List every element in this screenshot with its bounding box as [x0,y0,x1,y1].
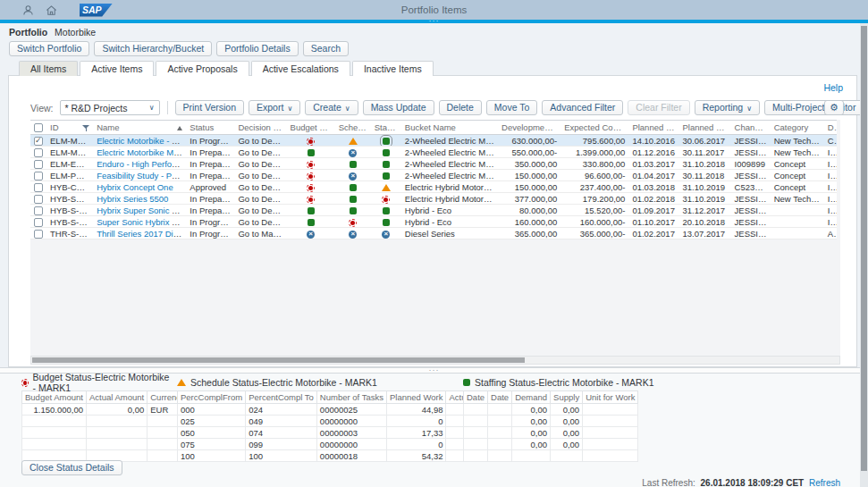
horizontal-scrollbar-thumb[interactable] [32,357,525,363]
action-search[interactable]: Search [303,41,349,56]
toolbar-mass-update-button[interactable]: Mass Update [363,100,434,115]
tab-inactive-items[interactable]: Inactive Items [352,61,434,76]
action-switch-hierarchy-bucket[interactable]: Switch Hierarchy/Bucket [94,41,212,56]
cell-changed_by: JESSIEQ [731,228,771,239]
row-checkbox[interactable] [34,206,43,215]
column-header-decision_point[interactable]: Decision Point ... [234,121,286,135]
column-header-checkbox[interactable] [30,121,46,135]
horizontal-scrollbar[interactable] [30,356,840,365]
item-name-link[interactable]: Enduro - High Performer III [97,159,186,169]
mini-cell [583,450,638,462]
tab-active-proposals[interactable]: Active Proposals [156,61,249,76]
table-row[interactable]: THR-S-3011Thrill Series 2017 Diesel Con.… [30,228,837,239]
action-portfolio-details[interactable]: Portfolio Details [216,41,299,56]
table-row[interactable]: HYB-S-4002Hybrix Super Sonic 4002In Prep… [30,205,837,216]
row-checkbox[interactable] [34,137,43,146]
toolbar-create-button[interactable]: Create∨ [305,100,358,115]
item-name-link[interactable]: Hybrix Super Sonic 4002 [97,206,186,215]
row-checkbox[interactable] [34,218,43,227]
refresh-link[interactable]: Refresh [809,478,840,487]
cell-planned_finish: 31.12.2017 [678,205,730,216]
funnel-filter-icon[interactable] [82,125,89,132]
vertical-scrollbar-thumb[interactable] [861,26,867,471]
toolbar-multi-projectmonitor-button[interactable]: Multi-Projectmonitor [764,100,864,115]
item-name-link[interactable]: Super Sonic Hybrix 4001 [97,217,186,227]
column-header-development_cost[interactable]: Development Cost [498,121,560,135]
mini-column-header: Unit for Work [583,391,638,404]
table-row[interactable]: ELM-MAR-001Electric Motorbike - MARK1In … [30,135,837,147]
column-header-name[interactable]: Name [93,121,186,135]
cell-category [771,228,824,239]
row-checkbox[interactable] [34,148,43,157]
column-header-category[interactable]: Category [771,121,824,135]
column-header-d[interactable]: D [824,121,837,135]
cell-planned_start: 01.09.2017 [628,205,678,216]
row-checkbox[interactable] [34,195,43,204]
row-checkbox[interactable] [34,230,43,239]
ok-status-icon [350,207,357,214]
row-checkbox[interactable] [34,172,43,181]
settings-button[interactable]: ⚙ [824,100,844,115]
tab-all-items[interactable]: All Items [19,61,78,76]
schedule-status-icon [177,379,186,386]
column-header-schedule_status[interactable]: Schedul... [335,121,371,135]
cell-expected_commercial: 330.800,00 [560,158,628,170]
select-all-checkbox[interactable] [34,123,43,132]
staffing-status-section: Staffing Status-Electric Motorbike - MAR… [463,377,654,487]
cell-id: ELM-END-003 [46,158,93,170]
mini-cell [464,439,488,450]
table-row[interactable]: HYB-CON-001Hybrix Concept OneApprovedGo … [30,181,837,193]
table-row[interactable]: ELM-MAR-003Electric Motorbike Mark 3In P… [30,147,837,158]
column-header-bucket[interactable]: Bucket Name [401,121,498,135]
cell-planned_finish: 31.10.2019 [678,181,730,193]
cell-staffing_status [371,193,401,205]
cell-staffing_status [371,205,401,216]
cell-planned_start: 01.03.2017 [628,158,678,170]
mini-cell [86,416,147,427]
toolbar-print-version-button[interactable]: Print Version [175,100,245,115]
table-row[interactable]: ELM-PRO-005Feasibility Study - Pegasus V… [30,170,837,181]
item-name-link[interactable]: Feasibility Study - Pegasus V [97,171,186,181]
column-header-expected_commercial[interactable]: Expected Comm... [560,121,628,135]
item-name-link[interactable]: Hybrix Concept One [97,182,173,192]
column-header-planned_finish[interactable]: Planned Finish [678,121,730,135]
column-header-changed_by[interactable]: Change... [731,121,771,135]
tab-active-items[interactable]: Active Items [80,61,154,76]
close-status-details-button[interactable]: Close Status Details [21,460,122,475]
cell-bucket: Hybrid - Eco [401,216,498,228]
mini-cell: 074 [246,427,317,439]
item-name-link[interactable]: Electric Motorbike Mark 3 [97,147,186,157]
item-name-link[interactable]: Hybrix Series 5500 [97,194,168,204]
vertical-scrollbar[interactable] [860,23,868,487]
view-select[interactable]: * R&D Projects ∨ [60,100,160,115]
item-name-link[interactable]: Electric Motorbike - MARK1 [97,136,186,146]
cell-expected_commercial: 96.600,00- [560,170,628,181]
help-link[interactable]: Help [823,82,843,93]
column-header-id[interactable]: ID [46,121,93,135]
tab-active-escalations[interactable]: Active Escalations [251,61,350,76]
toolbar-move-to-button[interactable]: Move To [486,100,538,115]
toolbar-reporting-button[interactable]: Reporting∨ [695,100,760,115]
toolbar-export-button[interactable]: Export∨ [249,100,300,115]
home-icon[interactable] [46,4,57,16]
column-header-budget_status[interactable]: Budget Status [287,121,335,135]
row-checkbox[interactable] [34,183,43,192]
person-icon[interactable] [22,4,34,16]
toolbar-advanced-filter-button[interactable]: Advanced Filter [542,100,623,115]
cell-staffing_status [371,158,401,170]
mini-cell: 0,00 [551,416,583,427]
mini-column-header: Actual Amount [86,391,147,404]
row-checkbox[interactable] [34,160,43,169]
column-header-staffing_status[interactable]: Staffi... [371,121,401,135]
mini-table-row: 1.150.000,000,00EUR [22,404,189,416]
column-header-status[interactable]: Status [186,121,234,135]
column-header-planned_start[interactable]: Planned Start [628,121,678,135]
action-switch-portfolio[interactable]: Switch Portfolio [9,41,89,56]
item-name-link[interactable]: Thrill Series 2017 Diesel Con... [97,229,186,239]
table-row[interactable]: ELM-END-003Enduro - High Performer IIIIn… [30,158,837,170]
table-row[interactable]: HYB-S-4001Super Sonic Hybrix 4001In Prog… [30,216,837,228]
table-row[interactable]: HYB-SER-5000Hybrix Series 5500In Prepara… [30,193,837,205]
mini-cell: 100 [246,450,317,462]
toolbar-delete-button[interactable]: Delete [439,100,482,115]
view-select-value: * R&D Projects [65,103,128,113]
